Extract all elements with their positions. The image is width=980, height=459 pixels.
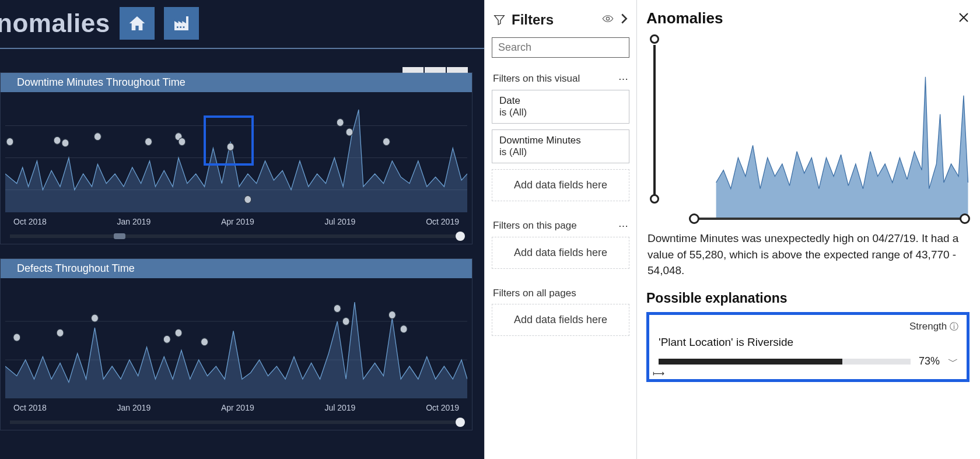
close-icon <box>958 12 970 23</box>
svg-point-17 <box>13 334 20 341</box>
filters-title: Filters <box>512 12 596 28</box>
factory-icon <box>172 14 191 33</box>
strength-bar-fill <box>659 359 842 365</box>
dashboard-canvas: nomalies ⋯ Downtime Minutes Throughout T… <box>0 0 484 459</box>
svg-point-26 <box>400 325 407 333</box>
svg-point-7 <box>145 138 152 145</box>
chart-defects-svg <box>5 283 467 398</box>
svg-point-9 <box>178 138 186 145</box>
slider-handle[interactable] <box>456 418 465 427</box>
x-tick: Oct 2018 <box>13 217 47 226</box>
svg-point-21 <box>175 329 182 337</box>
chart-downtime-svg <box>5 97 467 212</box>
x-tick: Jan 2019 <box>117 217 151 226</box>
svg-point-22 <box>201 338 208 346</box>
x-tick: Jul 2019 <box>324 217 355 226</box>
x-range-handle-left[interactable] <box>689 213 699 224</box>
possible-explanations-box: Strength ⓘ 'Plant Location' is Riverside… <box>646 312 970 382</box>
svg-point-20 <box>163 335 170 343</box>
add-fields-dropzone[interactable]: Add data fields here <box>492 237 629 269</box>
filter-field-value: is (All) <box>499 146 622 158</box>
strength-value: 73% <box>919 355 940 367</box>
y-range-track[interactable] <box>653 45 656 198</box>
filter-card-downtime[interactable]: Downtime Minutes is (All) <box>492 129 629 163</box>
visibility-icon[interactable] <box>601 15 614 25</box>
svg-point-11 <box>244 195 251 203</box>
page-title: nomalies <box>0 9 110 38</box>
svg-point-3 <box>6 138 13 145</box>
search-field[interactable] <box>498 41 634 54</box>
filter-field-value: is (All) <box>499 107 622 118</box>
chart-xaxis: Oct 2018 Jan 2019 Apr 2019 Jul 2019 Oct … <box>1 401 472 421</box>
ellipsis-icon[interactable]: ⋯ <box>618 220 628 232</box>
time-slider[interactable] <box>10 421 463 424</box>
section-label: Filters on all pages <box>485 282 636 304</box>
svg-point-6 <box>94 133 101 141</box>
svg-point-18 <box>57 329 64 337</box>
factory-button[interactable] <box>164 7 199 40</box>
svg-point-4 <box>54 136 61 144</box>
svg-point-19 <box>92 314 99 322</box>
slider-handle[interactable] <box>114 233 125 239</box>
svg-point-23 <box>334 304 341 312</box>
anomaly-description: Downtime Minutes was unexpectedly high o… <box>648 230 968 279</box>
strength-label: Strength <box>909 321 947 332</box>
filter-field-name: Date <box>499 95 622 107</box>
home-icon <box>127 14 147 33</box>
filter-field-name: Downtime Minutes <box>499 135 622 146</box>
possible-explanations-title: Possible explanations <box>646 290 970 306</box>
info-icon[interactable]: ⓘ <box>950 321 958 331</box>
x-tick: Jan 2019 <box>117 403 151 412</box>
collapse-chevron-icon[interactable] <box>620 13 628 27</box>
y-range-handle-bottom[interactable] <box>650 194 659 204</box>
x-tick: Oct 2019 <box>426 217 459 226</box>
chart-defects[interactable]: Defects Throughout Time <box>0 258 473 430</box>
x-range-handle-right[interactable] <box>960 213 970 224</box>
svg-point-24 <box>342 317 349 325</box>
svg-point-12 <box>337 118 344 126</box>
svg-point-5 <box>62 139 69 147</box>
range-grip-icon[interactable]: ⟼ <box>653 369 664 378</box>
add-fields-dropzone[interactable]: Add data fields here <box>492 304 629 336</box>
section-label: Filters on this visual⋯ <box>485 67 636 90</box>
strength-bar <box>659 359 911 365</box>
y-range-handle-top[interactable] <box>650 34 659 44</box>
slider-handle[interactable] <box>456 232 465 241</box>
chart-downtime[interactable]: Downtime Minutes Throughout Time <box>0 72 473 244</box>
x-tick: Apr 2019 <box>221 403 254 412</box>
home-button[interactable] <box>120 7 155 40</box>
svg-point-10 <box>227 143 234 150</box>
chevron-down-icon[interactable]: ﹀ <box>948 355 958 369</box>
close-button[interactable] <box>958 10 970 27</box>
divider <box>0 48 484 49</box>
section-label: Filters on this page⋯ <box>485 214 636 237</box>
explanation-item[interactable]: 'Plant Location' is Riverside <box>659 336 958 349</box>
svg-point-14 <box>383 138 390 145</box>
x-tick: Jul 2019 <box>324 403 355 412</box>
filter-card-date[interactable]: Date is (All) <box>492 90 629 124</box>
time-slider[interactable] <box>10 234 463 238</box>
search-input[interactable] <box>492 37 629 58</box>
ellipsis-icon[interactable]: ⋯ <box>618 73 628 85</box>
svg-point-13 <box>346 128 353 136</box>
funnel-icon <box>493 13 506 26</box>
filters-panel: Filters Filters on this visual⋯ Date is … <box>484 0 637 459</box>
chart-title: Defects Throughout Time <box>1 259 472 278</box>
chart-title: Downtime Minutes Throughout Time <box>1 73 472 92</box>
anomaly-mini-chart[interactable] <box>646 33 970 220</box>
add-fields-dropzone[interactable]: Add data fields here <box>492 169 629 201</box>
x-range-track[interactable] <box>694 218 965 220</box>
anomalies-panel: Anomalies Downtime Minutes was unexpecte… <box>637 0 980 459</box>
x-tick: Apr 2019 <box>221 217 254 226</box>
x-tick: Oct 2019 <box>426 403 459 412</box>
anomalies-title: Anomalies <box>646 9 723 27</box>
svg-point-25 <box>388 311 396 318</box>
chart-xaxis: Oct 2018 Jan 2019 Apr 2019 Jul 2019 Oct … <box>1 215 472 234</box>
x-tick: Oct 2018 <box>13 403 47 412</box>
